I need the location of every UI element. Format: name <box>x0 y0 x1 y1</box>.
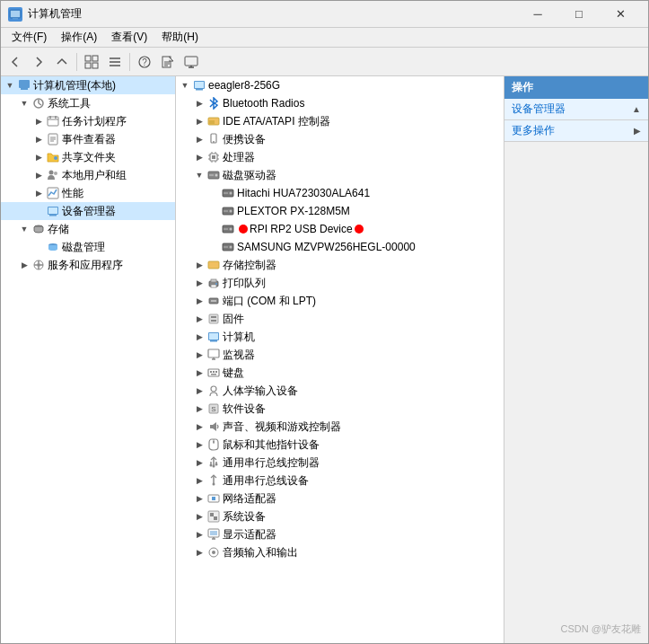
mouse-icon <box>206 437 221 452</box>
tree-item-bluetooth[interactable]: ▶ Bluetooth Radios <box>176 94 504 112</box>
tree-item-event-viewer[interactable]: ▶ 事件查看器 <box>1 130 175 148</box>
tree-label: PLEXTOR PX-128M5M <box>237 205 350 217</box>
export-button[interactable] <box>157 51 179 73</box>
tree-item-mouse[interactable]: ▶ 鼠标和其他指针设备 <box>176 436 504 454</box>
svg-point-117 <box>215 463 218 466</box>
tree-label: 系统设备 <box>223 509 266 525</box>
svg-text:?: ? <box>142 57 147 67</box>
tree-item-samsung[interactable]: ▶ SAMSUNG MZVPW256HEGL-00000 <box>176 238 504 256</box>
expand-icon: ▶ <box>31 186 46 200</box>
expand-icon: ▶ <box>192 455 206 470</box>
chevron-up-icon: ▲ <box>632 104 641 114</box>
tree-item-software-devices[interactable]: ▶ S 软件设备 <box>176 400 504 418</box>
software-icon: S <box>206 401 221 416</box>
tree-item-computer[interactable]: ▶ 计算机 <box>176 328 504 346</box>
minimize-button[interactable]: ─ <box>517 1 558 28</box>
menu-action[interactable]: 操作(A) <box>54 28 104 47</box>
tree-item-usb-ctrl[interactable]: ▶ 通用串行总线控制器 <box>176 454 504 472</box>
shared-folder-icon <box>46 150 60 164</box>
svg-rect-37 <box>49 215 57 216</box>
tree-item-audio[interactable]: ▶ 声音、视频和游戏控制器 <box>176 418 504 436</box>
tree-item-hid[interactable]: ▶ 人体学输入设备 <box>176 382 504 400</box>
disk-drives-icon <box>206 168 221 182</box>
tree-item-system-tools[interactable]: ▼ 系统工具 <box>1 94 175 112</box>
tree-item-firmware[interactable]: ▶ 固件 <box>176 310 504 328</box>
close-button[interactable]: ✕ <box>600 1 641 28</box>
svg-rect-24 <box>48 117 58 126</box>
svg-rect-120 <box>212 497 215 500</box>
tree-item-usb-dev[interactable]: ▶ 通用串行总线设备 <box>176 472 504 490</box>
ide-icon <box>206 114 221 128</box>
tree-item-machine-root[interactable]: ▼ eeagler8-256G <box>176 76 504 94</box>
watermark: CSDN @驴友花雕 <box>561 622 641 636</box>
app-icon <box>8 7 22 22</box>
action-device-manager[interactable]: 设备管理器 ▲ <box>504 99 648 120</box>
svg-point-70 <box>215 174 218 177</box>
svg-rect-16 <box>185 57 197 66</box>
computer-icon <box>206 330 221 344</box>
titlebar: 计算机管理 ─ □ ✕ <box>1 1 648 28</box>
expand-icon: ▶ <box>192 258 206 272</box>
disk-item-icon <box>221 204 235 218</box>
tree-item-local-users[interactable]: ▶ 本地用户和组 <box>1 166 175 184</box>
tree-item-plextor[interactable]: ▶ PLEXTOR PX-128M5M <box>176 202 504 220</box>
menu-file[interactable]: 文件(F) <box>4 28 54 47</box>
tree-item-portable[interactable]: ▶ 便携设备 <box>176 130 504 148</box>
svg-point-34 <box>54 172 57 175</box>
up-button[interactable] <box>51 51 73 73</box>
printer-icon <box>206 276 221 290</box>
tree-item-display[interactable]: ▶ 显示适配器 <box>176 525 504 543</box>
tree-item-storage-ctrl[interactable]: ▶ 存储控制器 <box>176 256 504 274</box>
svg-point-118 <box>213 483 215 486</box>
tree-item-hitachi[interactable]: ▶ Hitachi HUA723030ALA641 <box>176 184 504 202</box>
menubar: 文件(F) 操作(A) 查看(V) 帮助(H) <box>1 28 648 48</box>
tree-label: 服务和应用程序 <box>48 258 123 273</box>
expand-icon: ▼ <box>3 78 17 93</box>
tree-item-print-queue[interactable]: ▶ 打印队列 <box>176 274 504 292</box>
tree-label: 音频输入和输出 <box>223 545 298 560</box>
tree-item-performance[interactable]: ▶ 性能 <box>1 184 175 202</box>
portable-icon <box>206 132 221 146</box>
tree-item-audio-io[interactable]: ▶ 音频输入和输出 <box>176 543 504 561</box>
tree-item-device-manager[interactable]: ▶ 设备管理器 <box>1 202 175 220</box>
tree-item-ports[interactable]: ▶ 端口 (COM 和 LPT) <box>176 292 504 310</box>
tree-item-ide[interactable]: ▶ IDE ATA/ATAPI 控制器 <box>176 112 504 130</box>
maximize-button[interactable]: □ <box>558 1 600 28</box>
tree-item-storage[interactable]: ▼ 存储 <box>1 220 175 238</box>
expand-icon: ▼ <box>17 96 31 110</box>
forward-button[interactable] <box>28 51 49 73</box>
tree-item-root[interactable]: ▼ 计算机管理(本地) <box>1 76 175 94</box>
tree-label: 监视器 <box>223 348 255 363</box>
tree-item-disk-drives[interactable]: ▼ 磁盘驱动器 <box>176 166 504 184</box>
tree-label: RPI RP2 USB Device <box>250 223 353 235</box>
screen-button[interactable] <box>180 51 202 73</box>
svg-rect-97 <box>210 340 217 342</box>
svg-rect-86 <box>211 279 216 282</box>
tree-item-monitor[interactable]: ▶ 监视器 <box>176 346 504 364</box>
tree-item-disk-mgmt[interactable]: ▶ 磁盘管理 <box>1 238 175 256</box>
tree-item-services[interactable]: ▶ 服务和应用程序 <box>1 256 175 274</box>
svg-rect-19 <box>19 80 30 88</box>
tree-item-cpu[interactable]: ▶ 处理器 <box>176 148 504 166</box>
expand-icon: ▼ <box>17 222 31 236</box>
tree-item-keyboard[interactable]: ▶ 键盘 <box>176 364 504 382</box>
menu-view[interactable]: 查看(V) <box>104 28 154 47</box>
tree-item-system-devices[interactable]: ▶ 系统设备 <box>176 507 504 525</box>
show-hide-button[interactable] <box>81 51 102 73</box>
tree-label: SAMSUNG MZVPW256HEGL-00000 <box>237 241 416 253</box>
help-button[interactable]: ? <box>134 51 155 73</box>
expand-icon: ▶ <box>192 545 206 560</box>
tree-item-rpi[interactable]: ▶ RPI RP2 USB Device <box>176 220 504 238</box>
tree-item-task-scheduler[interactable]: ▶ 任务计划程序 <box>1 112 175 130</box>
tree-item-shared-folders[interactable]: ▶ 共享文件夹 <box>1 148 175 166</box>
menu-help[interactable]: 帮助(H) <box>154 28 206 47</box>
tree-label: 处理器 <box>223 150 255 165</box>
svg-rect-2 <box>11 11 20 17</box>
monitor-icon <box>206 348 221 362</box>
list-button[interactable] <box>104 51 126 73</box>
machine-icon <box>192 78 206 93</box>
tree-item-network[interactable]: ▶ 网络适配器 <box>176 490 504 507</box>
action-more[interactable]: 更多操作 ▶ <box>504 120 648 142</box>
tree-label: 键盘 <box>223 366 244 381</box>
back-button[interactable] <box>4 51 26 73</box>
